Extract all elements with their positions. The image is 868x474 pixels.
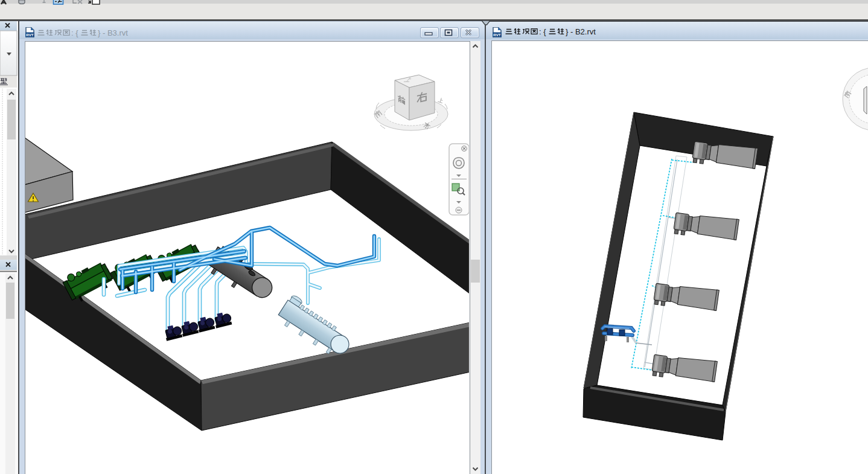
svg-text:} - B2.rvt: } - B2.rvt bbox=[566, 27, 596, 36]
svg-text:: {: : { bbox=[71, 28, 78, 37]
svg-text:RVT: RVT bbox=[493, 33, 500, 37]
svg-text:} - B3.rvt: } - B3.rvt bbox=[98, 28, 128, 37]
svg-text:: {: : { bbox=[539, 27, 546, 36]
svg-text:RVT: RVT bbox=[26, 33, 33, 37]
